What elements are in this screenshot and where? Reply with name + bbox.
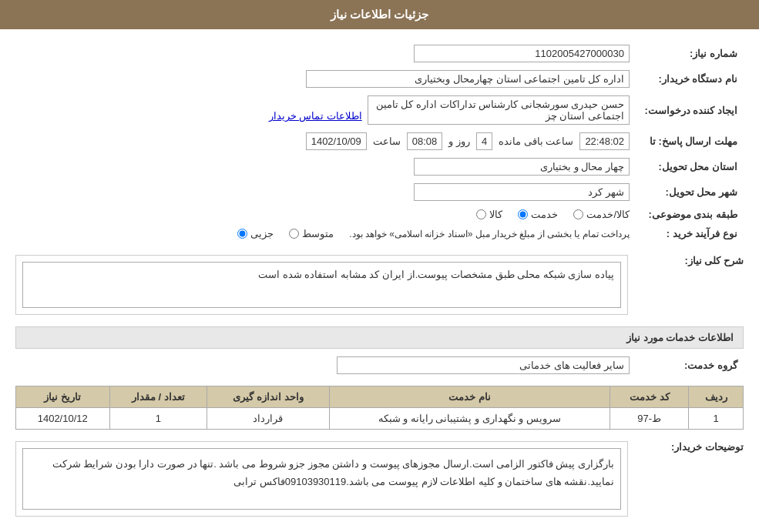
row-noe-farayand: نوع فرآیند خرید : پرداخت تمام یا بخشی از… xyxy=(15,224,744,243)
service-table-body: 1 ط-97 سرویس و نگهداری و پشتیبانی رایانه… xyxy=(16,408,744,430)
label-mohlat: مهلت ارسال پاسخ: تا xyxy=(636,129,744,154)
th-nam-khadamat: نام خدمت xyxy=(329,386,610,408)
radio-motavasset-input[interactable] xyxy=(289,229,299,239)
label-shahr: شهر محل تحویل: xyxy=(636,179,744,205)
cell-nam-khadamat: سرویس و نگهداری و پشتیبانی رایانه و شبکه xyxy=(329,408,610,430)
mohlat-roz-label: روز و xyxy=(448,136,470,147)
page-header: جزئیات اطلاعات نیاز xyxy=(0,0,759,29)
label-tabaqe: طبقه بندی موضوعی: xyxy=(636,205,744,224)
mohlat-row: 22:48:02 ساعت باقی مانده 4 روز و 08:08 س… xyxy=(22,132,630,150)
radio-kala-label: کالا xyxy=(489,209,502,220)
page-wrapper: جزئیات اطلاعات نیاز شماره نیاز: 11020054… xyxy=(0,0,759,532)
ostan-box: چهار محال و بختیاری xyxy=(414,158,630,176)
farayand-radio-group: پرداخت تمام یا بخشی از مبلغ خریدار مبل «… xyxy=(22,228,630,239)
table-row: 1 ط-97 سرویس و نگهداری و پشتیبانی رایانه… xyxy=(16,408,744,430)
khadamat-table: گروه خدمت: سایر فعالیت های خدماتی xyxy=(15,353,744,378)
towzih-row: توضیحات خریدار: بارگزاری پیش فاکتور الزا… xyxy=(15,437,744,520)
value-tabaqe: کالا/خدمت خدمت کالا xyxy=(15,205,636,224)
mohlat-baqi-box: 22:48:02 xyxy=(579,132,630,150)
ijad-konande-box: حسن حیدری سورشجانی کارشناس تداراکات ادار… xyxy=(368,95,630,125)
cell-kod-khadamat: ط-97 xyxy=(610,408,689,430)
label-ostan: استان محل تحویل: xyxy=(636,154,744,179)
page-title: جزئیات اطلاعات نیاز xyxy=(331,8,428,21)
cell-tarikh-niaz: 1402/10/12 xyxy=(16,408,110,430)
info-table: شماره نیاز: 1102005427000030 نام دستگاه … xyxy=(15,41,744,243)
cell-tedad: 1 xyxy=(109,408,207,430)
label-grohe-khadamat: گروه خدمت: xyxy=(636,353,744,378)
label-noe-farayand: نوع فرآیند خرید : xyxy=(636,224,744,243)
shahr-box: شهر کرد xyxy=(414,183,630,201)
ijaad-link[interactable]: اطلاعات تماس خریدار xyxy=(269,110,362,122)
value-noe-farayand: پرداخت تمام یا بخشی از مبلغ خریدار مبل «… xyxy=(15,224,636,243)
mohlat-date-box: 1402/10/09 xyxy=(306,132,367,150)
nam-dastgah-box: اداره کل تامین اجتماعی استان چهارمحال وب… xyxy=(306,70,630,88)
radio-kala: کالا xyxy=(476,209,502,220)
label-sharh-koli: شرح کلی نیاز: xyxy=(636,251,744,266)
row-mohlat: مهلت ارسال پاسخ: تا 22:48:02 ساعت باقی م… xyxy=(15,129,744,154)
radio-motavasset-label: متوسط xyxy=(302,228,334,239)
radio-kala-khadamat: کالا/خدمت xyxy=(573,209,630,220)
value-mohlat: 22:48:02 ساعت باقی مانده 4 روز و 08:08 س… xyxy=(15,129,636,154)
value-shahr: شهر کرد xyxy=(76,179,636,205)
row-shahr: شهر محل تحویل: شهر کرد xyxy=(15,179,744,205)
noe-farayand-note: پرداخت تمام یا بخشی از مبلغ خریدار مبل «… xyxy=(349,229,630,239)
row-grohe-khadamat: گروه خدمت: سایر فعالیت های خدماتی xyxy=(15,353,744,378)
value-nam-dastgah: اداره کل تامین اجتماعی استان چهارمحال وب… xyxy=(15,66,636,92)
row-tabaqe: طبقه بندی موضوعی: کالا/خدمت خدمت کالا xyxy=(15,205,744,224)
radio-kala-khadamat-label: کالا/خدمت xyxy=(586,209,630,220)
th-tedad: تعداد / مقدار xyxy=(109,386,207,408)
mohlat-baqi-label: ساعت باقی مانده xyxy=(499,136,573,147)
radio-khadamat-label: خدمت xyxy=(531,209,558,220)
sharh-koli-row: شرح کلی نیاز: پیاده سازی شبکه محلی طبق م… xyxy=(15,251,744,319)
grohe-khadamat-box: سایر فعالیت های خدماتی xyxy=(337,356,630,374)
radio-khadamat: خدمت xyxy=(518,209,558,220)
radio-motavasset: متوسط xyxy=(289,228,334,239)
mohlat-roz-box: 4 xyxy=(476,132,492,150)
mohlat-saat-box: 08:08 xyxy=(407,132,443,150)
row-shamare-niaz: شماره نیاز: 1102005427000030 xyxy=(15,41,744,66)
radio-jozi-input[interactable] xyxy=(237,229,247,239)
content-area: شماره نیاز: 1102005427000030 نام دستگاه … xyxy=(0,29,759,532)
radio-kala-input[interactable] xyxy=(476,209,486,219)
row-ostan: استان محل تحویل: چهار محال و بختیاری xyxy=(15,154,744,179)
label-nam-dastgah: نام دستگاه خریدار: xyxy=(636,66,744,92)
radio-khadamat-input[interactable] xyxy=(518,209,528,219)
sharh-koli-box: پیاده سازی شبکه محلی طبق مشخصات پیوست.از… xyxy=(22,262,621,308)
towzih-box: بارگزاری پیش فاکتور الزامی است.ارسال مجو… xyxy=(22,448,621,510)
value-shamare-niaz: 1102005427000030 xyxy=(76,41,636,66)
shamare-niaz-box: 1102005427000030 xyxy=(414,45,630,62)
th-radif: ردیف xyxy=(689,386,744,408)
mohlat-saat-label: ساعت xyxy=(373,136,401,147)
th-kod-khadamat: کد خدمت xyxy=(610,386,689,408)
cell-radif: 1 xyxy=(689,408,744,430)
cell-vahed: قرارداد xyxy=(207,408,329,430)
khadamat-header: اطلاعات خدمات مورد نیاز xyxy=(15,326,744,349)
radio-jozi-label: جزیی xyxy=(250,228,274,239)
service-table-header: ردیف کد خدمت نام خدمت واحد اندازه گیری ت… xyxy=(16,386,744,408)
row-nam-dastgah: نام دستگاه خریدار: اداره کل تامین اجتماع… xyxy=(15,66,744,92)
th-vahed: واحد اندازه گیری xyxy=(207,386,329,408)
sharh-koli-section: پیاده سازی شبکه محلی طبق مشخصات پیوست.از… xyxy=(15,255,628,315)
label-towzih: توضیحات خریدار: xyxy=(636,437,744,453)
service-header-row: ردیف کد خدمت نام خدمت واحد اندازه گیری ت… xyxy=(16,386,744,408)
tabaqe-radio-group: کالا/خدمت خدمت کالا xyxy=(22,209,630,220)
label-shamare-niaz: شماره نیاز: xyxy=(636,41,744,66)
value-ostan: چهار محال و بختیاری xyxy=(76,154,636,179)
service-table: ردیف کد خدمت نام خدمت واحد اندازه گیری ت… xyxy=(15,386,744,430)
towzih-section: بارگزاری پیش فاکتور الزامی است.ارسال مجو… xyxy=(15,441,628,517)
value-grohe-khadamat: سایر فعالیت های خدماتی xyxy=(15,353,636,378)
label-ijad-konande: ایجاد کننده درخواست: xyxy=(636,92,744,129)
radio-jozi: جزیی xyxy=(237,228,274,239)
radio-kala-khadamat-input[interactable] xyxy=(573,209,583,219)
th-tarikh-niaz: تاریخ نیاز xyxy=(16,386,110,408)
row-ijad-konande: ایجاد کننده درخواست: حسن حیدری سورشجانی … xyxy=(15,92,744,129)
value-ijad-konande: حسن حیدری سورشجانی کارشناس تداراکات ادار… xyxy=(15,92,636,129)
